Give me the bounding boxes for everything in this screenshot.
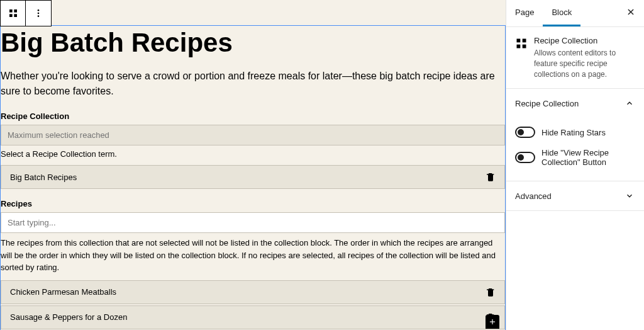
recipes-label: Recipes: [1, 199, 505, 208]
svg-rect-12: [523, 45, 526, 48]
svg-rect-10: [523, 39, 526, 43]
toggle-hide-rating-label: Hide Rating Stars: [541, 128, 606, 137]
svg-rect-1: [14, 9, 17, 13]
remove-recipe-item-button[interactable]: [486, 287, 496, 297]
svg-rect-0: [9, 9, 13, 13]
toggle-hide-rating[interactable]: [515, 127, 535, 138]
insert-block-button[interactable]: [486, 315, 499, 329]
block-title: Big Batch Recipes: [1, 28, 505, 57]
panel-collection-header[interactable]: Recipe Collection: [506, 89, 644, 118]
block-card-description: Allows content editors to feature specif…: [534, 48, 635, 79]
collection-item-label: Big Batch Recipes: [10, 173, 77, 182]
trash-icon: [486, 172, 496, 182]
close-icon: [626, 8, 635, 16]
chevron-up-icon: [624, 98, 635, 109]
block-description: Whether you're looking to serve a crowd …: [1, 69, 505, 99]
svg-rect-3: [14, 14, 17, 17]
collection-helper: Select a Recipe Collection term.: [1, 149, 505, 159]
recipe-item-row: Sausage & Peppers for a Dozen: [1, 305, 505, 329]
ellipsis-vertical-icon: [33, 8, 43, 18]
panel-collection-body: Hide Rating Stars Hide "View Recipe Coll…: [506, 118, 644, 181]
settings-sidebar: Page Block Recipe Collection Allows cont…: [506, 0, 644, 330]
toggle-row-rating: Hide Rating Stars: [515, 122, 635, 143]
block-type-button[interactable]: [1, 1, 26, 26]
panel-advanced-title: Advanced: [515, 191, 552, 201]
panel-collection-title: Recipe Collection: [515, 99, 579, 108]
tab-page[interactable]: Page: [506, 0, 543, 26]
grid-icon: [515, 37, 528, 52]
grid-icon: [8, 8, 18, 18]
tab-block[interactable]: Block: [543, 0, 580, 26]
plus-icon: [488, 317, 497, 326]
collection-input[interactable]: [1, 125, 505, 145]
panel-advanced-header[interactable]: Advanced: [506, 181, 644, 211]
remove-collection-item-button[interactable]: [486, 172, 496, 182]
collection-label: Recipe Collection: [1, 111, 505, 121]
chevron-down-icon: [624, 190, 635, 202]
recipe-collection-block[interactable]: Big Batch Recipes Whether you're looking…: [0, 25, 506, 330]
recipes-helper: The recipes from this collection that ar…: [1, 237, 505, 274]
toggle-hide-button[interactable]: [515, 152, 535, 163]
collection-item-row: Big Batch Recipes: [1, 165, 505, 189]
recipes-input[interactable]: [1, 212, 505, 233]
svg-point-5: [38, 13, 40, 14]
collection-section: Recipe Collection Select a Recipe Collec…: [1, 111, 505, 189]
svg-point-4: [38, 9, 40, 11]
svg-rect-2: [9, 14, 13, 17]
toggle-hide-button-label: Hide "View Recipe Collection" Button: [541, 148, 635, 167]
block-toolbar[interactable]: [0, 0, 52, 26]
trash-icon: [486, 287, 496, 297]
recipe-item-label: Chicken Parmesan Meatballs: [10, 287, 116, 297]
toggle-row-button: Hide "View Recipe Collection" Button: [515, 143, 635, 172]
block-card-title: Recipe Collection: [534, 36, 635, 45]
sidebar-tabs: Page Block: [506, 0, 644, 27]
svg-rect-9: [517, 39, 521, 43]
svg-point-6: [38, 15, 40, 17]
svg-rect-11: [517, 45, 521, 48]
block-card: Recipe Collection Allows content editors…: [506, 27, 644, 89]
close-sidebar-button[interactable]: [618, 0, 644, 26]
recipe-item-label: Sausage & Peppers for a Dozen: [10, 312, 127, 322]
recipes-section: Recipes The recipes from this collection…: [1, 199, 505, 329]
more-options-button[interactable]: [26, 1, 51, 26]
recipe-item-row: Chicken Parmesan Meatballs: [1, 280, 505, 304]
